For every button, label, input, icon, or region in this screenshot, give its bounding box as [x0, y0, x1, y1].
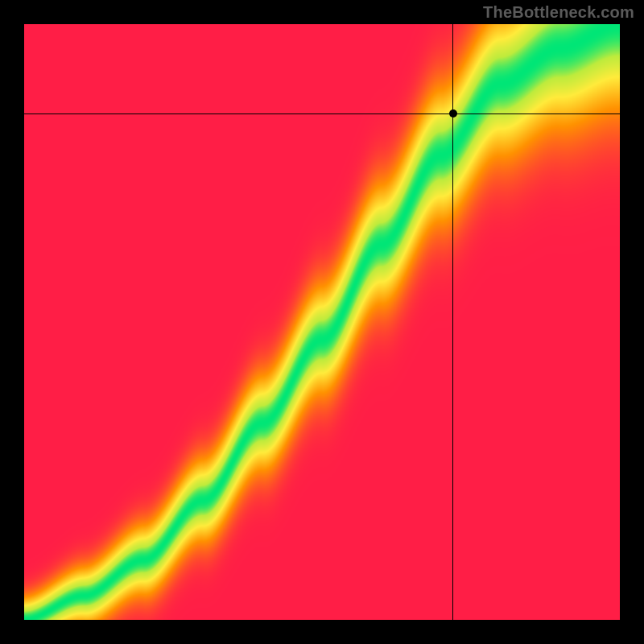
crosshair-horizontal — [24, 114, 620, 114]
chart-frame: TheBottleneck.com — [0, 0, 644, 644]
heatmap-plot — [24, 24, 620, 620]
watermark-text: TheBottleneck.com — [483, 3, 634, 22]
selection-marker — [449, 109, 457, 118]
